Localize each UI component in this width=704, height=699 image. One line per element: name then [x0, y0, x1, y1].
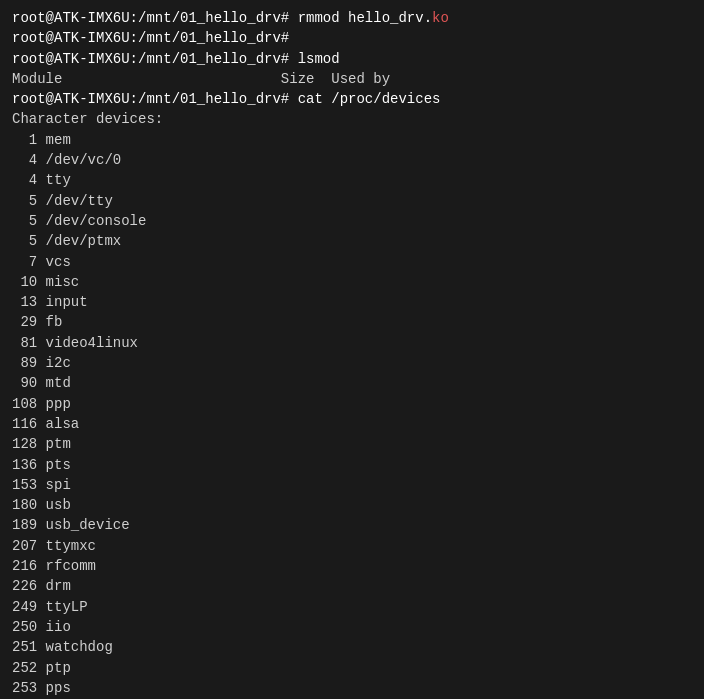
device-line: 207 ttymxc: [12, 536, 692, 556]
device-line: 5 /dev/console: [12, 211, 692, 231]
device-line: 29 fb: [12, 312, 692, 332]
device-line: 189 usb_device: [12, 515, 692, 535]
terminal-line: root@ATK-IMX6U:/mnt/01_hello_drv# rmmod …: [12, 8, 692, 28]
device-line: 108 ppp: [12, 394, 692, 414]
size-col: Size: [281, 71, 331, 87]
device-line: 10 misc: [12, 272, 692, 292]
device-line: 81 video4linux: [12, 333, 692, 353]
device-line: 4 /dev/vc/0: [12, 150, 692, 170]
module-col: Module: [12, 71, 281, 87]
device-line: 116 alsa: [12, 414, 692, 434]
device-line: 252 ptp: [12, 658, 692, 678]
device-line: 253 pps: [12, 678, 692, 698]
device-line: 153 spi: [12, 475, 692, 495]
prompt: root@ATK-IMX6U:/mnt/01_hello_drv#: [12, 30, 289, 46]
device-line: 250 iio: [12, 617, 692, 637]
usedby-col: Used by: [331, 71, 390, 87]
command-text: cat /proc/devices: [298, 91, 441, 107]
terminal: root@ATK-IMX6U:/mnt/01_hello_drv# rmmod …: [12, 8, 692, 699]
device-line: 180 usb: [12, 495, 692, 515]
device-line: 13 input: [12, 292, 692, 312]
terminal-line: root@ATK-IMX6U:/mnt/01_hello_drv#: [12, 28, 692, 48]
device-line: 1 mem: [12, 130, 692, 150]
command-text: rmmod hello_drv.: [298, 10, 432, 26]
device-line: 226 drm: [12, 576, 692, 596]
device-line: 251 watchdog: [12, 637, 692, 657]
device-line: 5 /dev/ptmx: [12, 231, 692, 251]
device-line: 216 rfcomm: [12, 556, 692, 576]
device-line: 5 /dev/tty: [12, 191, 692, 211]
device-line: 89 i2c: [12, 353, 692, 373]
terminal-line: root@ATK-IMX6U:/mnt/01_hello_drv# cat /p…: [12, 89, 692, 109]
command-text: lsmod: [298, 51, 340, 67]
terminal-line: root@ATK-IMX6U:/mnt/01_hello_drv# lsmod: [12, 49, 692, 69]
device-line: 90 mtd: [12, 373, 692, 393]
device-line: 7 vcs: [12, 252, 692, 272]
device-line: 136 pts: [12, 455, 692, 475]
device-line: 249 ttyLP: [12, 597, 692, 617]
section-header: Character devices:: [12, 109, 692, 129]
device-line: 128 ptm: [12, 434, 692, 454]
lsmod-header: Module Size Used by: [12, 69, 692, 89]
command-ko: ko: [432, 10, 449, 26]
device-line: 4 tty: [12, 170, 692, 190]
prompt: root@ATK-IMX6U:/mnt/01_hello_drv#: [12, 51, 298, 67]
prompt: root@ATK-IMX6U:/mnt/01_hello_drv#: [12, 91, 298, 107]
prompt: root@ATK-IMX6U:/mnt/01_hello_drv#: [12, 10, 298, 26]
